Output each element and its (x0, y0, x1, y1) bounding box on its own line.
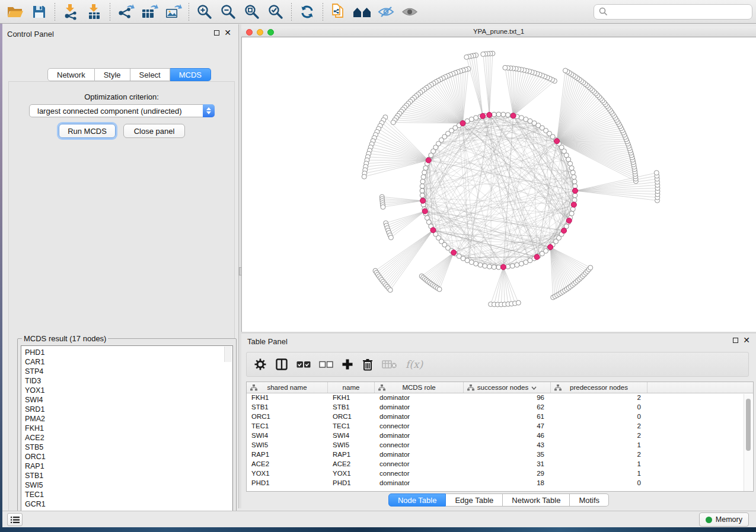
table-scrollbar-thumb[interactable] (746, 399, 751, 451)
close-panel-icon[interactable]: ✕ (224, 30, 231, 36)
tab-mcds[interactable]: MCDS (170, 68, 211, 81)
column-header-successor-nodes[interactable]: successor nodes (464, 382, 551, 393)
open-session-button[interactable] (4, 2, 27, 22)
function-builder-icon[interactable]: f(x) (406, 358, 423, 370)
zoom-fit-button[interactable] (240, 2, 264, 22)
mcds-result-item[interactable]: RAP1 (25, 462, 232, 471)
float-panel-icon[interactable] (214, 30, 219, 36)
mcds-result-item[interactable]: STB1 (25, 471, 232, 480)
float-table-panel-icon[interactable] (733, 338, 738, 343)
mcds-result-item[interactable]: TID3 (25, 376, 232, 386)
tab-node-table[interactable]: Node Table (388, 493, 446, 507)
delete-table-icon[interactable] (382, 360, 397, 369)
mcds-result-item[interactable]: SWI5 (25, 480, 232, 490)
mcds-result-item[interactable]: SRD1 (25, 405, 232, 414)
mcds-result-item[interactable]: TEC1 (25, 490, 232, 499)
column-header-shared-name[interactable]: shared name (247, 382, 328, 393)
save-session-button[interactable] (27, 2, 51, 22)
node-table: shared namenameMCDS rolesuccessor nodesp… (246, 382, 754, 492)
control-panel: Control Panel ✕ NetworkStyleSelectMCDS O… (2, 24, 238, 508)
import-network-icon (62, 4, 79, 20)
mcds-result-item[interactable]: FKH1 (25, 424, 232, 433)
table-panel: Table Panel ✕ f(x) shared namenameMCDS r… (241, 334, 756, 508)
show-all-button[interactable] (398, 2, 422, 22)
mcds-result-item[interactable]: STB5 (25, 443, 232, 452)
column-header-predecessor-nodes[interactable]: predecessor nodes (551, 382, 647, 393)
close-table-panel-icon[interactable]: ✕ (743, 338, 750, 343)
clone-network-button[interactable] (327, 2, 350, 22)
mcds-result-item[interactable]: GCR1 (25, 499, 232, 509)
import-table-icon (86, 4, 103, 20)
memory-button[interactable]: Memory (699, 512, 749, 527)
mcds-list-scrollbar[interactable] (224, 347, 232, 362)
network-window-titlebar[interactable]: YPA_prune.txt_1 (241, 27, 756, 37)
column-header-name[interactable]: name (328, 382, 375, 393)
export-network-button[interactable] (114, 2, 138, 22)
table-row[interactable]: STB1STB1dominator620 (247, 403, 753, 412)
import-network-button[interactable] (59, 2, 82, 22)
table-row[interactable]: RAP1RAP1dominator352 (247, 450, 753, 460)
deselect-all-rows-icon[interactable] (319, 361, 333, 368)
zoom-selected-button[interactable] (264, 2, 288, 22)
zoom-in-button[interactable] (193, 2, 216, 22)
control-panel-tabs: NetworkStyleSelectMCDS (47, 68, 211, 81)
import-table-button[interactable] (82, 2, 106, 22)
table-row[interactable]: ORC1ORC1dominator610 (247, 412, 753, 422)
mcds-result-item[interactable]: SWI4 (25, 395, 232, 405)
delete-column-trash-icon[interactable] (362, 358, 374, 371)
column-header-mcds-role[interactable]: MCDS role (375, 382, 464, 393)
mcds-result-list: PHD1CAR1STP4TID3YOX1SWI4SRD1PMA2FKH1ACE2… (21, 345, 233, 532)
mcds-tab-content: Optimization criterion: largest connecte… (8, 81, 235, 529)
table-row[interactable]: YOX1YOX1connector291 (247, 469, 753, 479)
tab-motifs[interactable]: Motifs (570, 493, 609, 507)
table-scrollbar[interactable] (744, 394, 752, 491)
tab-network[interactable]: Network (47, 68, 95, 81)
optimization-criterion-label: Optimization criterion: (9, 92, 234, 101)
zoom-out-button[interactable] (216, 2, 240, 22)
first-neighbors-button[interactable] (350, 2, 374, 22)
memory-label: Memory (716, 515, 742, 524)
sort-indicator-icon (531, 384, 537, 391)
refresh-icon (299, 4, 315, 20)
mcds-result-item[interactable]: YOX1 (25, 386, 232, 395)
zoom-out-icon (220, 4, 237, 20)
table-row[interactable]: SWI5SWI5connector431 (247, 441, 753, 450)
export-table-button[interactable] (138, 2, 161, 22)
mcds-result-item[interactable]: PMA2 (25, 414, 232, 424)
criterion-selected-value: largest connected component (undirected) (30, 107, 203, 116)
run-mcds-button[interactable]: Run MCDS (59, 124, 116, 138)
control-panel-title: Control Panel (7, 30, 54, 39)
hide-selected-button[interactable] (374, 2, 398, 22)
houses-icon (352, 4, 372, 20)
select-all-rows-icon[interactable] (296, 361, 311, 368)
network-canvas[interactable] (241, 37, 756, 332)
export-image-button[interactable] (161, 2, 185, 22)
list-icon (11, 516, 20, 524)
mcds-result-item[interactable]: CAR1 (25, 357, 232, 367)
criterion-select[interactable]: largest connected component (undirected) (29, 104, 215, 117)
table-row[interactable]: TEC1TEC1connector472 (247, 422, 753, 431)
tab-select[interactable]: Select (130, 68, 170, 81)
open-folder-icon (7, 4, 24, 20)
add-column-icon[interactable] (342, 358, 353, 370)
export-network-icon (117, 4, 135, 20)
mcds-result-item[interactable]: PHD1 (25, 348, 232, 357)
task-history-button[interactable] (7, 513, 23, 526)
table-row[interactable]: SWI4SWI4dominator462 (247, 431, 753, 441)
mcds-result-item[interactable]: ORC1 (25, 452, 232, 462)
close-panel-button[interactable]: Close panel (123, 124, 185, 138)
tab-style[interactable]: Style (95, 68, 130, 81)
tab-network-table[interactable]: Network Table (503, 493, 570, 507)
search-input[interactable] (611, 8, 747, 16)
mcds-result-item[interactable]: ACE2 (25, 433, 232, 443)
tab-edge-table[interactable]: Edge Table (446, 493, 503, 507)
network-window-title: YPA_prune.txt_1 (241, 28, 756, 35)
table-row[interactable]: ACE2ACE2connector311 (247, 460, 753, 469)
mcds-result-item[interactable]: STP4 (25, 367, 232, 376)
export-image-icon (164, 4, 182, 20)
refresh-layout-button[interactable] (295, 2, 319, 22)
table-settings-gear-icon[interactable] (254, 358, 267, 371)
table-row[interactable]: FKH1FKH1dominator962 (247, 393, 753, 403)
table-row[interactable]: PHD1PHD1dominator180 (247, 479, 753, 488)
column-visibility-icon[interactable] (275, 358, 288, 371)
